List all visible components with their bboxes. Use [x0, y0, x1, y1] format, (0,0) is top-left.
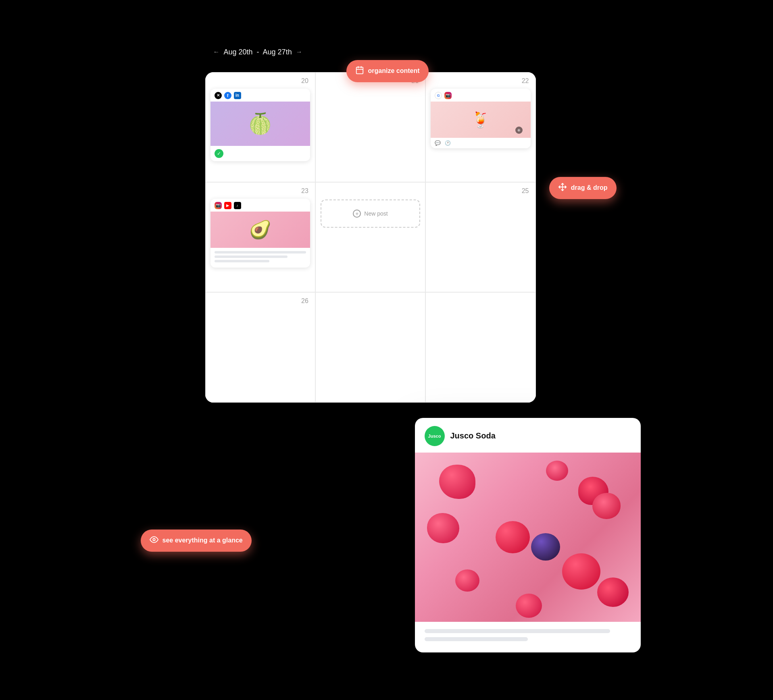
- day-number-26: 26: [301, 297, 308, 305]
- organize-badge: organize content: [346, 60, 429, 82]
- instagram-icon: 📷: [444, 92, 452, 99]
- calendar-grid: 20 ✕ f in 🍈 ✓ 21 22: [205, 72, 536, 403]
- calendar-icon: [355, 66, 364, 77]
- post-card-drink[interactable]: G 📷 🍹 ⊕ 💬 🕐: [431, 89, 530, 148]
- new-post-button[interactable]: + New post: [321, 199, 420, 228]
- text-line-2: [215, 255, 288, 258]
- cal-cell-26: 26: [205, 292, 315, 402]
- facebook-icon: f: [224, 92, 231, 99]
- drag-badge: drag & drop: [549, 177, 617, 199]
- melon-image: 🍈: [210, 102, 310, 146]
- drink-meta: 💬 🕐: [431, 138, 530, 148]
- linkedin-icon: in: [234, 92, 241, 99]
- cal-cell-28: [425, 292, 535, 402]
- preview-header: Jusco Jusco Soda: [415, 418, 641, 453]
- date-range-label: Aug 20th - Aug 27th: [224, 48, 292, 56]
- brand-avatar: Jusco: [425, 426, 445, 446]
- day-number-25: 25: [522, 187, 529, 195]
- cal-cell-27: [315, 292, 425, 402]
- glance-badge: see everything at a glance: [141, 530, 252, 552]
- instagram-icon-2: 📷: [215, 202, 222, 209]
- youtube-icon: ▶: [224, 202, 231, 209]
- cal-cell-22: 22 G 📷 🍹 ⊕ 💬 🕐: [425, 72, 535, 182]
- cal-cell-25: 25: [425, 182, 535, 292]
- comment-icon: 💬: [435, 140, 441, 146]
- svg-point-4: [153, 538, 155, 541]
- check-icon: ✓: [215, 149, 223, 158]
- cal-cell-23: 23 📷 ▶ ♪ 🥑: [205, 182, 315, 292]
- day-number-22: 22: [522, 77, 529, 85]
- glance-label: see everything at a glance: [163, 537, 243, 544]
- drag-label: drag & drop: [571, 184, 608, 191]
- preview-footer: [415, 622, 641, 652]
- organize-label: organize content: [368, 67, 420, 75]
- post-text-lines: [210, 248, 310, 268]
- avocado-emoji: 🥑: [249, 219, 271, 240]
- cal-cell-24: + New post: [315, 182, 425, 292]
- main-scene: ← Aug 20th - Aug 27th → 20 ✕ f in 🍈: [165, 48, 608, 652]
- next-arrow[interactable]: →: [296, 48, 302, 56]
- avocado-image: 🥑: [210, 212, 310, 248]
- tiktok-icon: ♪: [234, 202, 241, 209]
- new-post-label: New post: [364, 210, 388, 217]
- plus-icon: +: [353, 210, 361, 218]
- text-line-3: [215, 260, 269, 262]
- svg-rect-0: [356, 67, 363, 74]
- move-icon: ⊕: [515, 127, 523, 134]
- cal-cell-20: 20 ✕ f in 🍈 ✓: [205, 72, 315, 182]
- drink-image: 🍹 ⊕: [431, 102, 530, 138]
- post-card-avocado-header: 📷 ▶ ♪: [210, 199, 310, 212]
- eye-icon: [150, 535, 158, 546]
- preview-text-line-1: [425, 629, 610, 633]
- preview-raspberry-image: [415, 453, 641, 622]
- cal-cell-21: 21: [315, 72, 425, 182]
- drag-icon: [558, 183, 567, 193]
- day-number-20: 20: [301, 77, 308, 85]
- google-icon: G: [435, 92, 442, 99]
- melon-emoji: 🍈: [248, 112, 273, 135]
- prev-arrow[interactable]: ←: [213, 48, 220, 56]
- day-number-23: 23: [301, 187, 308, 195]
- post-card-header: ✕ f in: [210, 89, 310, 102]
- post-card-drink-header: G 📷: [431, 89, 530, 102]
- brand-name: Jusco Soda: [450, 431, 496, 440]
- text-line-1: [215, 251, 306, 253]
- post-card-avocado[interactable]: 📷 ▶ ♪ 🥑: [210, 199, 310, 268]
- post-card-melon[interactable]: ✕ f in 🍈 ✓: [210, 89, 310, 161]
- date-range: ← Aug 20th - Aug 27th →: [213, 48, 302, 56]
- post-card-footer: ✓: [210, 146, 310, 161]
- twitter-icon: ✕: [215, 92, 222, 99]
- post-preview-card: Jusco Jusco Soda: [415, 418, 641, 652]
- clock-icon: 🕐: [445, 140, 451, 146]
- preview-text-line-2: [425, 637, 528, 641]
- brand-initials: Jusco: [428, 434, 441, 438]
